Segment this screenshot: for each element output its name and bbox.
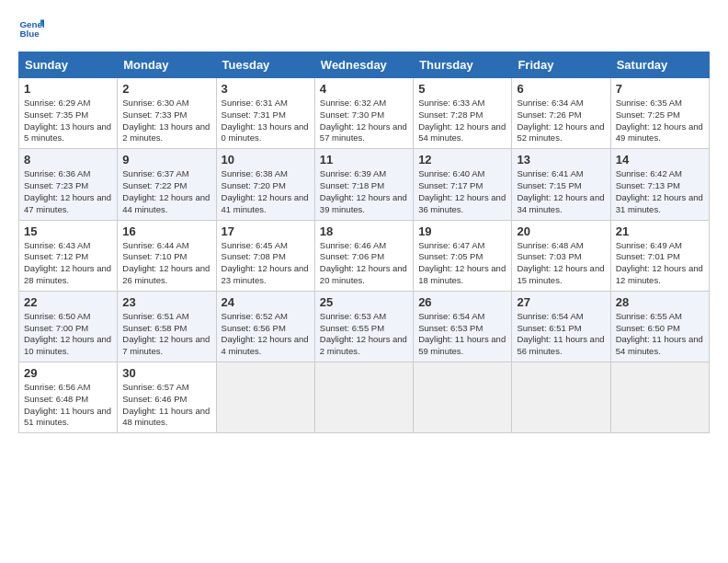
day-info: Sunrise: 6:31 AMSunset: 7:31 PMDaylight:… (222, 98, 309, 143)
day-number: 16 (122, 224, 210, 238)
day-number: 7 (616, 82, 704, 96)
day-number: 28 (616, 295, 704, 309)
header-sunday: Sunday (19, 52, 118, 78)
day-number: 17 (222, 224, 310, 238)
day-number: 6 (517, 82, 605, 96)
day-cell: 28 Sunrise: 6:55 AMSunset: 6:50 PMDaylig… (610, 291, 709, 362)
day-number: 1 (24, 82, 112, 96)
page-header: General Blue (18, 15, 710, 40)
logo-icon: General Blue (18, 15, 44, 40)
header-wednesday: Wednesday (314, 52, 413, 78)
day-number: 27 (517, 295, 605, 309)
header-friday: Friday (512, 52, 610, 78)
week-row-2: 8 Sunrise: 6:36 AMSunset: 7:23 PMDayligh… (19, 149, 710, 220)
day-info: Sunrise: 6:54 AMSunset: 6:53 PMDaylight:… (418, 311, 506, 356)
day-info: Sunrise: 6:37 AMSunset: 7:22 PMDaylight:… (122, 168, 210, 213)
logo: General Blue (18, 15, 50, 40)
day-number: 4 (320, 82, 408, 96)
day-cell: 1 Sunrise: 6:29 AMSunset: 7:35 PMDayligh… (19, 78, 118, 149)
day-cell: 19 Sunrise: 6:47 AMSunset: 7:05 PMDaylig… (414, 220, 512, 291)
header-tuesday: Tuesday (216, 52, 314, 78)
day-info: Sunrise: 6:52 AMSunset: 6:56 PMDaylight:… (222, 311, 309, 356)
day-cell: 6 Sunrise: 6:34 AMSunset: 7:26 PMDayligh… (512, 78, 610, 149)
day-info: Sunrise: 6:53 AMSunset: 6:55 PMDaylight:… (320, 311, 407, 356)
day-cell: 21 Sunrise: 6:49 AMSunset: 7:01 PMDaylig… (610, 220, 709, 291)
day-number: 23 (122, 295, 210, 309)
day-info: Sunrise: 6:42 AMSunset: 7:13 PMDaylight:… (616, 168, 703, 213)
day-cell: 3 Sunrise: 6:31 AMSunset: 7:31 PMDayligh… (216, 78, 314, 149)
day-info: Sunrise: 6:36 AMSunset: 7:23 PMDaylight:… (24, 168, 111, 213)
day-cell: 11 Sunrise: 6:39 AMSunset: 7:18 PMDaylig… (314, 149, 413, 220)
day-cell: 9 Sunrise: 6:37 AMSunset: 7:22 PMDayligh… (118, 149, 216, 220)
week-row-4: 22 Sunrise: 6:50 AMSunset: 7:00 PMDaylig… (19, 291, 710, 362)
day-info: Sunrise: 6:32 AMSunset: 7:30 PMDaylight:… (320, 98, 407, 143)
header-row: SundayMondayTuesdayWednesdayThursdayFrid… (19, 52, 710, 78)
day-cell: 23 Sunrise: 6:51 AMSunset: 6:58 PMDaylig… (118, 291, 216, 362)
day-cell: 7 Sunrise: 6:35 AMSunset: 7:25 PMDayligh… (610, 78, 709, 149)
day-number: 30 (122, 366, 210, 380)
day-number: 20 (517, 224, 605, 238)
day-number: 14 (616, 153, 704, 167)
day-number: 18 (320, 224, 408, 238)
day-number: 2 (122, 82, 210, 96)
day-number: 24 (222, 295, 310, 309)
day-cell: 14 Sunrise: 6:42 AMSunset: 7:13 PMDaylig… (610, 149, 709, 220)
day-cell: 4 Sunrise: 6:32 AMSunset: 7:30 PMDayligh… (314, 78, 413, 149)
day-info: Sunrise: 6:39 AMSunset: 7:18 PMDaylight:… (320, 168, 407, 213)
day-info: Sunrise: 6:48 AMSunset: 7:03 PMDaylight:… (517, 240, 604, 285)
day-number: 10 (222, 153, 310, 167)
day-info: Sunrise: 6:57 AMSunset: 6:46 PMDaylight:… (122, 382, 210, 427)
header-monday: Monday (118, 52, 216, 78)
day-info: Sunrise: 6:33 AMSunset: 7:28 PMDaylight:… (418, 98, 506, 143)
day-cell: 13 Sunrise: 6:41 AMSunset: 7:15 PMDaylig… (512, 149, 610, 220)
day-cell: 18 Sunrise: 6:46 AMSunset: 7:06 PMDaylig… (314, 220, 413, 291)
day-number: 11 (320, 153, 408, 167)
day-number: 12 (418, 153, 506, 167)
day-cell: 2 Sunrise: 6:30 AMSunset: 7:33 PMDayligh… (118, 78, 216, 149)
day-number: 5 (418, 82, 506, 96)
day-cell: 26 Sunrise: 6:54 AMSunset: 6:53 PMDaylig… (414, 291, 512, 362)
day-cell: 30 Sunrise: 6:57 AMSunset: 6:46 PMDaylig… (118, 362, 216, 433)
day-cell (610, 362, 709, 433)
header-saturday: Saturday (610, 52, 709, 78)
day-number: 22 (24, 295, 112, 309)
day-number: 8 (24, 153, 112, 167)
day-cell: 20 Sunrise: 6:48 AMSunset: 7:03 PMDaylig… (512, 220, 610, 291)
day-info: Sunrise: 6:55 AMSunset: 6:50 PMDaylight:… (616, 311, 703, 356)
day-info: Sunrise: 6:38 AMSunset: 7:20 PMDaylight:… (222, 168, 309, 213)
day-cell (512, 362, 610, 433)
day-cell: 29 Sunrise: 6:56 AMSunset: 6:48 PMDaylig… (19, 362, 118, 433)
header-thursday: Thursday (414, 52, 512, 78)
day-cell: 22 Sunrise: 6:50 AMSunset: 7:00 PMDaylig… (19, 291, 118, 362)
day-cell: 12 Sunrise: 6:40 AMSunset: 7:17 PMDaylig… (414, 149, 512, 220)
day-info: Sunrise: 6:47 AMSunset: 7:05 PMDaylight:… (418, 240, 506, 285)
day-info: Sunrise: 6:45 AMSunset: 7:08 PMDaylight:… (222, 240, 309, 285)
day-number: 19 (418, 224, 506, 238)
day-cell: 5 Sunrise: 6:33 AMSunset: 7:28 PMDayligh… (414, 78, 512, 149)
week-row-3: 15 Sunrise: 6:43 AMSunset: 7:12 PMDaylig… (19, 220, 710, 291)
day-cell (314, 362, 413, 433)
day-number: 3 (222, 82, 310, 96)
day-info: Sunrise: 6:56 AMSunset: 6:48 PMDaylight:… (24, 382, 111, 427)
day-cell: 8 Sunrise: 6:36 AMSunset: 7:23 PMDayligh… (19, 149, 118, 220)
day-info: Sunrise: 6:54 AMSunset: 6:51 PMDaylight:… (517, 311, 604, 356)
day-number: 21 (616, 224, 704, 238)
day-cell (414, 362, 512, 433)
day-info: Sunrise: 6:51 AMSunset: 6:58 PMDaylight:… (122, 311, 210, 356)
day-info: Sunrise: 6:40 AMSunset: 7:17 PMDaylight:… (418, 168, 506, 213)
day-cell: 24 Sunrise: 6:52 AMSunset: 6:56 PMDaylig… (216, 291, 314, 362)
day-info: Sunrise: 6:43 AMSunset: 7:12 PMDaylight:… (24, 240, 111, 285)
day-number: 15 (24, 224, 112, 238)
week-row-5: 29 Sunrise: 6:56 AMSunset: 6:48 PMDaylig… (19, 362, 710, 433)
day-number: 29 (24, 366, 112, 380)
day-info: Sunrise: 6:34 AMSunset: 7:26 PMDaylight:… (517, 98, 604, 143)
day-cell: 17 Sunrise: 6:45 AMSunset: 7:08 PMDaylig… (216, 220, 314, 291)
day-info: Sunrise: 6:50 AMSunset: 7:00 PMDaylight:… (24, 311, 111, 356)
day-cell: 10 Sunrise: 6:38 AMSunset: 7:20 PMDaylig… (216, 149, 314, 220)
day-number: 26 (418, 295, 506, 309)
day-number: 13 (517, 153, 605, 167)
day-cell (216, 362, 314, 433)
day-cell: 16 Sunrise: 6:44 AMSunset: 7:10 PMDaylig… (118, 220, 216, 291)
day-number: 25 (320, 295, 408, 309)
day-info: Sunrise: 6:29 AMSunset: 7:35 PMDaylight:… (24, 98, 111, 143)
